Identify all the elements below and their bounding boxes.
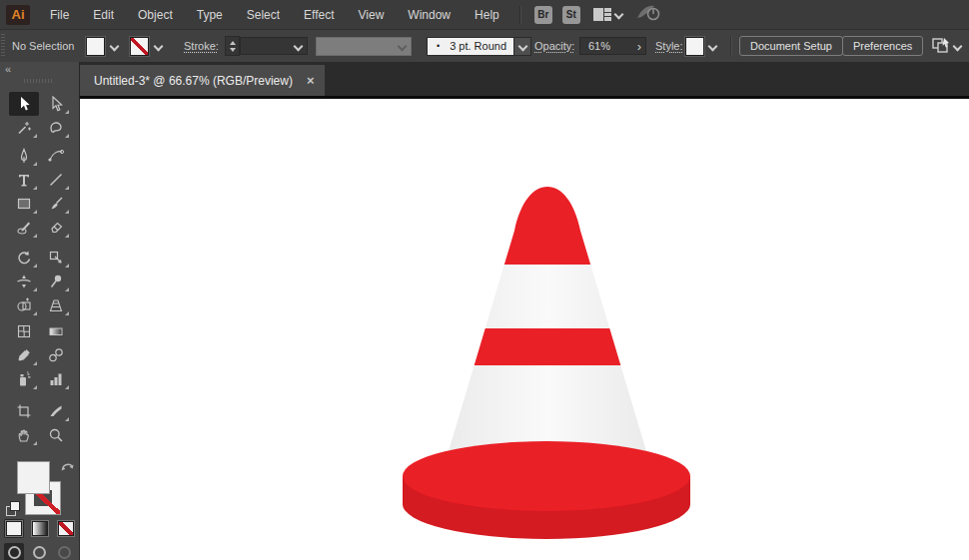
stroke-weight-stepper[interactable] (225, 36, 240, 56)
menu-edit[interactable]: Edit (81, 0, 126, 30)
canvas-artboard[interactable] (80, 99, 969, 560)
chevron-down-icon (295, 43, 302, 50)
tool-zoom[interactable] (41, 423, 71, 447)
tool-column-graph[interactable] (41, 367, 71, 391)
tool-hand[interactable] (9, 423, 39, 447)
menu-file[interactable]: File (38, 0, 81, 30)
drawing-mode-buttons (4, 543, 74, 560)
document-setup-button[interactable]: Document Setup (739, 36, 843, 56)
tool-shaper[interactable] (9, 216, 39, 240)
cone-top-red-cap[interactable] (420, 180, 675, 265)
gpu-performance-icon[interactable] (636, 4, 660, 25)
control-bar: No Selection Stroke: • 3 pt. Round (0, 30, 969, 62)
cone-red-stripe[interactable] (420, 328, 675, 365)
shape-builder-icon (16, 297, 32, 313)
tool-direct-selection[interactable] (41, 92, 71, 116)
tool-slice[interactable] (41, 399, 71, 423)
color-swatch-mini (6, 521, 22, 536)
tool-mesh[interactable] (9, 319, 39, 343)
preferences-button[interactable]: Preferences (842, 36, 923, 56)
tool-perspective-grid[interactable] (41, 293, 71, 317)
menu-object[interactable]: Object (126, 0, 185, 30)
collapse-panel-icon[interactable]: « (5, 63, 11, 75)
tool-scale[interactable] (41, 246, 71, 270)
menu-view[interactable]: View (347, 0, 397, 30)
menu-window[interactable]: Window (396, 0, 463, 30)
tool-symbol-sprayer[interactable] (9, 367, 39, 391)
tool-rotate[interactable] (9, 246, 39, 270)
symbol-sprayer-icon (16, 371, 32, 387)
paintbrush-icon (48, 196, 64, 212)
draw-inside-button[interactable] (54, 543, 74, 560)
width-profile-chevron-button[interactable] (514, 37, 531, 56)
fill-chevron-button[interactable] (106, 38, 122, 55)
arrange-chevron-down-icon[interactable] (954, 43, 961, 50)
panel-grip[interactable] (24, 79, 52, 83)
draw-normal-button[interactable] (4, 543, 24, 560)
chevron-down-icon (519, 43, 526, 50)
color-button[interactable] (4, 519, 24, 538)
tool-eyedropper[interactable] (9, 343, 39, 367)
none-button[interactable] (56, 519, 76, 538)
opacity-flyout-icon[interactable]: › (637, 39, 641, 54)
tool-magic-wand[interactable] (9, 116, 39, 140)
tool-width[interactable] (9, 270, 39, 293)
controlbar-grip[interactable] (1, 34, 5, 58)
eraser-icon (48, 220, 64, 236)
workspace-layout-icon[interactable] (593, 8, 611, 21)
stroke-label[interactable]: Stroke: (184, 40, 219, 52)
style-label[interactable]: Style: (655, 40, 683, 52)
menu-effect[interactable]: Effect (292, 0, 346, 30)
chevron-down-icon (155, 43, 162, 50)
tool-selection[interactable] (9, 92, 39, 116)
stroke-weight-dropdown[interactable] (240, 37, 308, 55)
bridge-button[interactable]: Br (534, 6, 552, 24)
direct-selection-icon (48, 96, 64, 112)
default-fill-stroke-icon[interactable] (6, 501, 20, 515)
variable-width-profile-combo[interactable]: • 3 pt. Round (427, 37, 514, 56)
tool-gradient[interactable] (41, 319, 71, 343)
tool-paintbrush[interactable] (41, 192, 71, 216)
tool-shape-builder[interactable] (9, 293, 39, 317)
draw-behind-button[interactable] (29, 543, 49, 560)
menu-select[interactable]: Select (235, 0, 292, 30)
menu-type[interactable]: Type (185, 0, 235, 30)
style-chevron-button[interactable] (704, 38, 720, 55)
tool-pen[interactable] (9, 144, 39, 168)
document-tab[interactable]: Untitled-3* @ 66.67% (RGB/Preview) × (80, 65, 325, 96)
gradient-button[interactable] (30, 519, 50, 538)
draw-inside-icon (58, 546, 71, 559)
stroke-color-swatch[interactable] (130, 37, 149, 56)
fill-color-swatch[interactable] (86, 37, 105, 56)
workspace-grid-icon (593, 8, 611, 21)
chevron-down-icon (399, 43, 406, 50)
opacity-label[interactable]: Opacity: (534, 40, 574, 52)
tool-blend[interactable] (41, 343, 71, 367)
tab-close-icon[interactable]: × (307, 73, 315, 88)
cone-base-top[interactable] (403, 441, 690, 511)
workspace-chevron-down-icon[interactable] (615, 11, 622, 18)
puppet-warp-pin-icon (48, 274, 64, 289)
tool-rectangle[interactable] (9, 192, 39, 216)
tool-type[interactable] (9, 168, 39, 192)
stroke-chevron-button[interactable] (150, 38, 166, 55)
opacity-value: 61% (588, 40, 610, 52)
opacity-field[interactable]: 61% › (579, 37, 646, 55)
tool-artboard[interactable] (9, 399, 39, 423)
curvature-icon (48, 148, 64, 164)
rectangle-icon (16, 196, 32, 212)
style-swatch[interactable] (685, 37, 704, 56)
tool-eraser[interactable] (41, 216, 71, 240)
tool-puppet-warp[interactable] (41, 270, 71, 293)
traffic-cone-artwork[interactable] (80, 99, 969, 560)
fill-indicator-swatch[interactable] (17, 461, 50, 494)
mesh-icon (16, 323, 32, 339)
eyedropper-icon (16, 347, 32, 363)
menu-help[interactable]: Help (463, 0, 511, 30)
arrange-icon[interactable] (931, 37, 951, 55)
tool-curvature[interactable] (41, 144, 71, 168)
stock-button[interactable]: St (562, 6, 580, 24)
tool-line-segment[interactable] (41, 168, 71, 192)
swap-fill-stroke-icon[interactable] (60, 459, 75, 477)
tool-lasso[interactable] (41, 116, 71, 140)
